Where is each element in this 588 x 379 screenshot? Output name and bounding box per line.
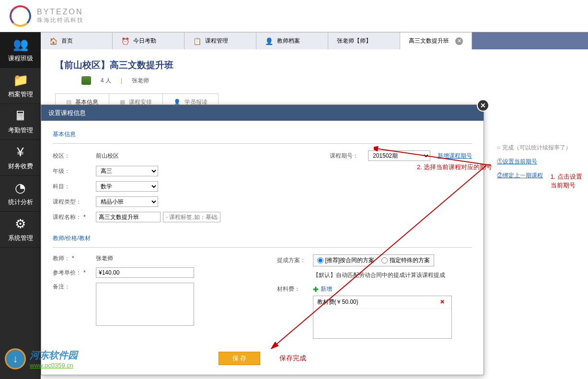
material-item-text: 教材费(￥50.00) (317, 298, 358, 306)
sidebar-item-stats[interactable]: ◔ 统计分析 (0, 176, 41, 212)
teacher-label: 教师：* (53, 254, 96, 263)
people-count: 4 人 (101, 77, 111, 85)
tab-course-mgmt[interactable]: 📋 课程管理 (184, 32, 256, 49)
tab-label: 今日考勤 (133, 37, 156, 45)
modal-header: 设置课程信息 (41, 105, 484, 121)
radio-contract[interactable] (317, 257, 323, 264)
link-set-term[interactable]: ①设置当前期号 (497, 158, 571, 166)
tab-teacher-zhang[interactable]: 张老师【师】 (328, 32, 400, 49)
separator: | (121, 77, 122, 84)
sidebar-label: 统计分析 (8, 198, 33, 207)
tab-label: 课程管理 (205, 37, 228, 45)
people-icon: 👥 (13, 37, 28, 52)
price-input[interactable] (96, 267, 194, 278)
sidebar: 👥 课程班级 📁 档案管理 🖩 考勤管理 ¥ 财务收费 ◔ 统计分析 ⚙ 系统管… (0, 32, 41, 379)
save-button[interactable]: 保 存 (219, 352, 261, 365)
scheme-label: 提成方案： (277, 256, 313, 264)
tab-label: 张老师【师】 (337, 37, 371, 45)
term-select[interactable]: 201502期 (368, 150, 430, 161)
close-icon[interactable]: ✕ (455, 37, 463, 45)
add-term-link[interactable]: 新增课程期号 (438, 152, 472, 160)
modal-close-button[interactable]: ✕ (477, 99, 489, 112)
plus-icon: ✚ (313, 286, 319, 293)
scheme-opt-contract[interactable]: [推荐]按合同的方案 (317, 256, 375, 264)
type-select[interactable]: 精品小班 (96, 196, 158, 207)
sidebar-label: 系统管理 (8, 234, 33, 242)
tab-home[interactable]: 🏠 首页 (41, 32, 113, 49)
list-icon: 📋 (193, 37, 201, 45)
section-teacher-title: 教师/价格/教材 (53, 234, 472, 242)
save-status: 保存完成 (279, 354, 306, 363)
material-item[interactable]: 教材费(￥50.00) ✖ (313, 296, 451, 309)
link-bind-prev[interactable]: ②绑定上一期课程 (497, 172, 571, 180)
tab-teacher-profile[interactable]: 👤 教师档案 (256, 32, 328, 49)
tab-class-detail[interactable]: 高三文数提升班 ✕ (400, 32, 472, 49)
sidebar-label: 档案管理 (8, 90, 33, 99)
brand-en: BYTEZON (37, 8, 84, 16)
gear-icon: ⚙ (15, 217, 26, 231)
type-label: 课程类型： (53, 198, 96, 206)
remark-textarea[interactable] (96, 283, 194, 326)
modal-title: 设置课程信息 (48, 109, 86, 117)
tabs-bar: 🏠 首页 ⏰ 今日考勤 📋 课程管理 👤 教师档案 张老师【师】 高三文数提升班… (41, 32, 588, 49)
app-header: BYTEZON 珠海比特讯科技 (0, 0, 588, 32)
sidebar-item-finance[interactable]: ¥ 财务收费 (0, 140, 41, 176)
tab-label: 教师档案 (277, 37, 300, 45)
tab-label: 高三文数提升班 (409, 37, 449, 45)
sidebar-label: 财务收费 (8, 162, 33, 171)
calculator-icon: 🖩 (14, 109, 27, 124)
sidebar-label: 考勤管理 (8, 126, 33, 135)
teacher-name: 张老师 (132, 77, 149, 85)
grade-select[interactable]: 高三 (96, 166, 158, 176)
course-tag-input[interactable] (163, 212, 220, 222)
brand-text: BYTEZON 珠海比特讯科技 (37, 8, 84, 24)
remark-label: 备注： (53, 283, 96, 291)
course-settings-modal: 设置课程信息 ✕ 基本信息 校区： 前山校区 课程期号： 201502期 新增课… (41, 104, 484, 375)
grade-label: 年级： (53, 167, 96, 175)
sidebar-item-archive[interactable]: 📁 档案管理 (0, 68, 41, 104)
name-label: 课程名称：* (53, 213, 96, 221)
modal-footer: 保 存 保存完成 (41, 352, 484, 365)
term-label: 课程期号： (330, 152, 368, 160)
divider (53, 247, 472, 248)
watermark-url: www.pc0359.cn (30, 362, 78, 369)
subject-select[interactable]: 数学 (96, 181, 158, 192)
home-icon: 🏠 (49, 37, 58, 45)
sidebar-item-attendance[interactable]: 🖩 考勤管理 (0, 104, 41, 140)
material-add-button[interactable]: ✚ 新增 (313, 285, 332, 293)
right-panel: 完成（可以统计续报率了） ①设置当前期号 ②绑定上一期课程 (497, 144, 571, 185)
sidebar-item-system[interactable]: ⚙ 系统管理 (0, 212, 41, 248)
page-title: 【前山校区】高三文数提升班 (55, 59, 574, 71)
campus-label: 校区： (53, 152, 96, 160)
watermark-title: 河东软件园 (30, 349, 78, 362)
right-panel-header: 完成（可以统计续报率了） (497, 144, 571, 152)
scheme-opt-special[interactable]: 指定特殊的方案 (381, 256, 430, 264)
watermark: 河东软件园 www.pc0359.cn (5, 348, 78, 369)
scheme-note: 【默认】自动匹配劳动合同中的提成计算该课程提成 (313, 271, 473, 279)
sidebar-label: 课程班级 (8, 54, 33, 63)
campus-value: 前山校区 (96, 152, 119, 160)
material-list: 教材费(￥50.00) ✖ (313, 296, 452, 339)
folder-icon: 📁 (13, 73, 28, 88)
delete-icon[interactable]: ✖ (440, 299, 448, 306)
radio-special[interactable] (381, 257, 388, 264)
clock-icon: ⏰ (121, 37, 129, 45)
logo-icon (10, 5, 31, 27)
material-label: 材料费： (277, 285, 313, 293)
download-icon (5, 348, 26, 369)
tab-attendance-today[interactable]: ⏰ 今日考勤 (113, 32, 184, 49)
tab-label: 首页 (61, 37, 73, 45)
price-label: 参考单价：* (53, 269, 96, 277)
course-name-input[interactable] (96, 212, 161, 222)
modal-body: 基本信息 校区： 前山校区 课程期号： 201502期 新增课程期号 年级： 高… (41, 121, 484, 349)
teacher-value: 张老师 (96, 254, 113, 263)
sidebar-item-course-class[interactable]: 👥 课程班级 (0, 32, 41, 68)
piechart-icon: ◔ (15, 181, 26, 195)
user-icon: 👤 (265, 37, 273, 45)
subject-label: 科目： (53, 183, 96, 191)
yen-icon: ¥ (17, 145, 23, 160)
students-icon (81, 76, 91, 85)
divider (53, 143, 472, 144)
scheme-radio-group: [推荐]按合同的方案 指定特殊的方案 (313, 254, 435, 266)
brand-cn: 珠海比特讯科技 (37, 16, 84, 24)
